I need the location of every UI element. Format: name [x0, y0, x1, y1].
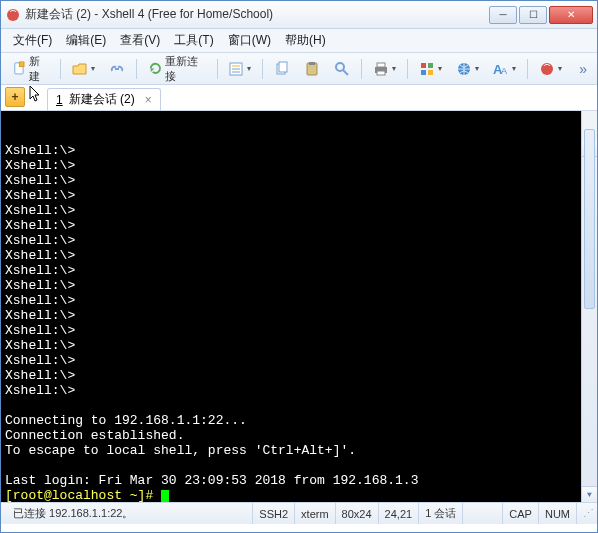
document-new-icon	[12, 61, 27, 77]
svg-rect-16	[421, 63, 426, 68]
cursor-icon	[29, 85, 43, 106]
svg-rect-18	[421, 70, 426, 75]
color-scheme-button[interactable]: ▾	[414, 58, 447, 80]
menu-tools[interactable]: 工具(T)	[168, 30, 219, 51]
svg-rect-8	[279, 62, 287, 72]
window-title: 新建会话 (2) - Xshell 4 (Free for Home/Schoo…	[25, 6, 489, 23]
svg-rect-14	[377, 63, 385, 67]
find-button[interactable]	[329, 58, 355, 80]
menu-edit[interactable]: 编辑(E)	[60, 30, 112, 51]
status-num: NUM	[539, 503, 577, 524]
status-connection: 已连接 192.168.1.1:22。	[7, 503, 253, 524]
xbrowser-button[interactable]: ▾	[534, 58, 567, 80]
menu-window[interactable]: 窗口(W)	[222, 30, 277, 51]
svg-point-11	[336, 63, 344, 71]
properties-button[interactable]: ▾	[223, 58, 256, 80]
chevron-down-icon: ▾	[438, 64, 442, 73]
refresh-icon	[148, 61, 163, 77]
list-icon	[228, 61, 244, 77]
svg-rect-17	[428, 63, 433, 68]
svg-rect-2	[19, 61, 24, 66]
menu-bar: 文件(F) 编辑(E) 查看(V) 工具(T) 窗口(W) 帮助(H)	[1, 29, 597, 53]
status-protocol: SSH2	[253, 503, 295, 524]
status-size: 80x24	[336, 503, 379, 524]
status-sessions: 1 会话	[419, 503, 463, 524]
chevron-down-icon: ▾	[558, 64, 562, 73]
svg-text:A: A	[501, 66, 507, 76]
menu-file[interactable]: 文件(F)	[7, 30, 58, 51]
printer-icon	[373, 61, 389, 77]
toolbar-overflow-button[interactable]: »	[575, 61, 591, 77]
close-button[interactable]: ✕	[549, 6, 593, 24]
svg-rect-15	[377, 71, 385, 75]
svg-rect-10	[309, 62, 315, 65]
reconnect-button[interactable]: 重新连接	[143, 58, 211, 80]
palette-icon	[419, 61, 435, 77]
separator	[361, 59, 362, 79]
globe-icon	[456, 61, 472, 77]
chevron-down-icon: ▾	[475, 64, 479, 73]
new-tab-button[interactable]: +	[5, 87, 25, 107]
link-icon	[109, 61, 125, 77]
reconnect-label: 重新连接	[165, 54, 206, 84]
font-icon: AA	[493, 61, 509, 77]
chevron-down-icon: ▾	[512, 64, 516, 73]
chevron-down-icon: ▾	[91, 64, 95, 73]
folder-open-icon	[72, 61, 88, 77]
chevron-down-icon: ▾	[392, 64, 396, 73]
copy-icon	[274, 61, 290, 77]
search-icon	[334, 61, 350, 77]
clipboard-icon	[304, 61, 320, 77]
menu-view[interactable]: 查看(V)	[114, 30, 166, 51]
separator	[136, 59, 137, 79]
terminal[interactable]: Xshell:\> Xshell:\> Xshell:\> Xshell:\> …	[1, 111, 597, 502]
app-icon	[5, 7, 21, 23]
tab-session[interactable]: 1 新建会话 (2) ×	[47, 88, 161, 110]
tab-index: 1	[56, 93, 63, 107]
toolbar: 新建 ▾ 重新连接 ▾ ▾ ▾ ▾ AA ▾	[1, 53, 597, 85]
print-button[interactable]: ▾	[368, 58, 401, 80]
x-red-icon	[539, 61, 555, 77]
maximize-button[interactable]: ☐	[519, 6, 547, 24]
status-termtype: xterm	[295, 503, 336, 524]
copy-button[interactable]	[269, 58, 295, 80]
paste-button[interactable]	[299, 58, 325, 80]
font-button[interactable]: AA ▾	[488, 58, 521, 80]
svg-line-12	[343, 70, 348, 75]
separator	[60, 59, 61, 79]
new-session-button[interactable]: 新建	[7, 58, 54, 80]
open-button[interactable]: ▾	[67, 58, 100, 80]
menu-help[interactable]: 帮助(H)	[279, 30, 332, 51]
window-controls: ─ ☐ ✕	[489, 6, 593, 24]
tab-close-button[interactable]: ×	[145, 93, 152, 107]
separator	[217, 59, 218, 79]
status-cursor: 24,21	[379, 503, 420, 524]
new-session-label: 新建	[29, 54, 49, 84]
title-bar: 新建会话 (2) - Xshell 4 (Free for Home/Schoo…	[1, 1, 597, 29]
resize-grip[interactable]: ⋰	[577, 507, 591, 520]
separator	[407, 59, 408, 79]
tab-bar: + 1 新建会话 (2) ×	[1, 85, 597, 111]
chevron-down-icon: ▾	[247, 64, 251, 73]
tab-label: 新建会话 (2)	[69, 91, 135, 108]
separator	[262, 59, 263, 79]
status-bar: 已连接 192.168.1.1:22。 SSH2 xterm 80x24 24,…	[1, 502, 597, 524]
svg-rect-19	[428, 70, 433, 75]
separator	[527, 59, 528, 79]
link-button[interactable]	[104, 58, 130, 80]
status-cap: CAP	[503, 503, 539, 524]
globe-button[interactable]: ▾	[451, 58, 484, 80]
minimize-button[interactable]: ─	[489, 6, 517, 24]
